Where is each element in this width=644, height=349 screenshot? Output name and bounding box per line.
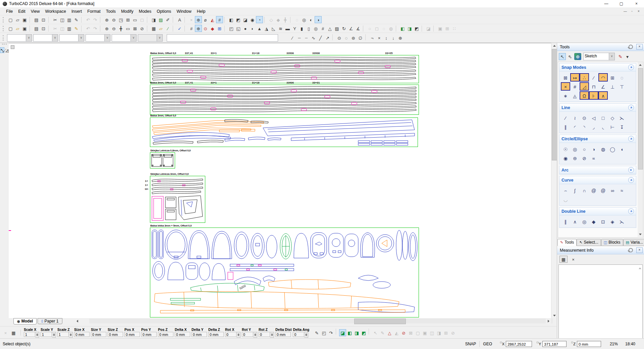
open-library-icon[interactable]: ▱ bbox=[14, 25, 21, 32]
solid-wedge-icon[interactable]: ◺ bbox=[270, 25, 277, 32]
boolean-subtract-icon[interactable]: ◨ bbox=[406, 25, 413, 32]
snap-horizontal-icon[interactable]: ⊤ bbox=[617, 82, 627, 91]
workplane-view-icon[interactable]: ◧ bbox=[346, 329, 353, 336]
boolean-intersect-icon[interactable]: ◩ bbox=[413, 25, 420, 32]
scale-z-spinner[interactable] bbox=[69, 332, 73, 338]
palette-tab-varia[interactable]: ▤Varia... bbox=[623, 239, 644, 246]
pattern-line-icon[interactable]: ∕ bbox=[289, 34, 296, 41]
x-coordinate-field[interactable]: 2867,2532 mm bbox=[506, 341, 532, 347]
rot-z-input[interactable]: 0 bbox=[259, 332, 270, 337]
grid-toggle-icon[interactable]: ⊞ bbox=[216, 25, 223, 32]
rot-z-spinner[interactable] bbox=[270, 332, 274, 338]
palette-tab-blocks[interactable]: ◫Blocks bbox=[601, 239, 623, 246]
palette-tab-select[interactable]: ↖Select... bbox=[577, 239, 601, 246]
delta-x-input[interactable]: 0 mm bbox=[175, 332, 190, 337]
vertical-scroll-thumb[interactable] bbox=[552, 49, 557, 160]
zoom-out-2-icon[interactable]: ⊖ bbox=[110, 25, 117, 32]
scale-z-input[interactable]: 1 bbox=[57, 332, 69, 337]
snap-intersection-icon[interactable]: × bbox=[561, 82, 570, 91]
parallel-line-icon[interactable]: ∥ bbox=[561, 122, 570, 131]
snap-to-point-icon[interactable]: ↦ bbox=[570, 73, 580, 82]
delta-ang-spinner[interactable] bbox=[304, 332, 308, 338]
menu-format[interactable]: Format bbox=[85, 8, 103, 15]
pen-color-combo[interactable]: ∨ bbox=[59, 34, 84, 42]
y-coordinate-field[interactable]: 371,187 mm bbox=[542, 341, 567, 347]
snap-toggle[interactable]: SNAP bbox=[462, 342, 480, 346]
menu-tools[interactable]: Tools bbox=[103, 8, 118, 15]
tangent-from-arc-icon[interactable]: ◝ bbox=[580, 122, 589, 131]
brush-2-icon[interactable]: ✎ bbox=[73, 25, 80, 32]
circle-style-1-icon[interactable]: ⊙ bbox=[336, 34, 343, 41]
look-at-icon[interactable]: ◔ bbox=[256, 16, 263, 23]
new-from-template-icon[interactable]: ▢ bbox=[7, 25, 14, 32]
copy-2-icon[interactable]: ◫ bbox=[59, 25, 66, 32]
solid-cone-icon[interactable]: ▲ bbox=[256, 25, 263, 32]
mdi-restore-button-icon[interactable]: ▫ bbox=[629, 8, 635, 14]
ellipse-icon[interactable]: ◉ bbox=[561, 154, 570, 162]
circle-style-4-icon[interactable]: ∅ bbox=[357, 34, 364, 41]
solid-hemisphere-icon[interactable]: ◗ bbox=[249, 25, 256, 32]
save-as-icon[interactable]: ▣ bbox=[21, 25, 28, 32]
sketch-curve-icon[interactable]: ≈ bbox=[617, 186, 627, 194]
circle-triple-point-icon[interactable]: ◑ bbox=[589, 145, 598, 153]
scale-x-spinner[interactable] bbox=[35, 332, 39, 338]
attach-annotation-icon[interactable]: ✐ bbox=[164, 16, 171, 23]
undo-icon[interactable]: ↶ bbox=[85, 16, 92, 23]
blocks-palette-icon[interactable]: ◨ bbox=[150, 16, 157, 23]
workplane-entity-icon[interactable]: ◨ bbox=[353, 329, 360, 336]
palette-close-icon[interactable]: × bbox=[636, 44, 643, 50]
rot-x-input[interactable]: 0 bbox=[225, 332, 236, 337]
scale-x-input[interactable]: 1 bbox=[24, 332, 35, 337]
tab-scroll-right-icon[interactable] bbox=[546, 318, 551, 323]
spell-check-icon[interactable]: A bbox=[176, 16, 183, 23]
solid-torus-icon[interactable]: ◎ bbox=[312, 25, 319, 32]
size-z-input[interactable]: 0 mm bbox=[108, 332, 123, 337]
pattern-dash-icon[interactable]: ┄ bbox=[296, 34, 303, 41]
grid-mode-icon[interactable]: ⊞ bbox=[442, 329, 449, 336]
close-button-icon[interactable]: × bbox=[629, 0, 644, 7]
fold-mode-2-icon[interactable]: ◨ bbox=[435, 329, 442, 336]
bezier-icon[interactable]: ⌢ bbox=[561, 186, 570, 194]
spline-by-fit-points-icon[interactable]: ∫ bbox=[570, 186, 580, 194]
coordinate-point-icon[interactable]: ⊕ bbox=[195, 16, 202, 23]
circle-tangent-to-line-icon[interactable]: ◍ bbox=[598, 145, 608, 153]
inspector-calculator-icon[interactable]: ▦ bbox=[10, 329, 17, 336]
double-perpendicular-icon[interactable]: ⋋ bbox=[617, 217, 627, 226]
workplane-by-entity-icon[interactable]: ◩ bbox=[235, 16, 242, 23]
pick-direct-icon[interactable]: ↖ bbox=[372, 329, 379, 336]
tangent-to-arc-icon[interactable]: ◜ bbox=[570, 122, 580, 131]
stamp-mode-icon[interactable]: ◭ bbox=[393, 329, 400, 336]
measurement-scroll-up-icon[interactable] bbox=[637, 265, 642, 271]
rotated-rectangle-icon[interactable]: ◇ bbox=[608, 113, 617, 122]
pushpin-icon[interactable] bbox=[629, 45, 633, 49]
rotated-ellipse-icon[interactable]: ⊜ bbox=[570, 154, 580, 162]
menu-file[interactable]: File bbox=[3, 8, 15, 15]
tab-model[interactable]: ◉ Model bbox=[13, 318, 37, 325]
circle-style-2-icon[interactable]: ◌ bbox=[343, 34, 350, 41]
perpendicular-line-icon[interactable]: ⋋ bbox=[617, 113, 627, 122]
pos-z-input[interactable]: 0 mm bbox=[158, 332, 173, 337]
recalc-icon[interactable]: ↷ bbox=[327, 329, 334, 336]
layer-combo[interactable]: ∨ bbox=[86, 34, 110, 42]
collapse-chevron-icon[interactable]: « bbox=[628, 208, 634, 214]
zoom-window-icon[interactable]: ◳ bbox=[117, 16, 124, 23]
pattern-fill-icon[interactable]: ∷ bbox=[451, 25, 458, 32]
stack-copy-icon[interactable]: ▣ bbox=[437, 25, 444, 32]
palette-brush-icon[interactable]: ✎ bbox=[617, 53, 624, 60]
scale-y-spinner[interactable] bbox=[52, 332, 56, 338]
zoom-selection-icon[interactable]: ⊘ bbox=[139, 25, 146, 32]
menu-modify[interactable]: Modify bbox=[118, 8, 136, 15]
ellipse-3-corner-icon[interactable]: ⊘ bbox=[580, 154, 589, 162]
rot-y-input[interactable]: 0 bbox=[242, 332, 253, 337]
cut-sheet-panel-6[interactable]: Balsa lekka 3mm + 5mm, Offset 0,0 bbox=[150, 228, 419, 317]
canvas-vertical-scrollbar[interactable] bbox=[551, 43, 557, 318]
camera-icon[interactable]: ◉ bbox=[249, 16, 256, 23]
spiral-icon[interactable]: @ bbox=[589, 186, 598, 194]
ellipse-fixed-ratio-icon[interactable]: ∝ bbox=[589, 154, 598, 162]
pos-x-input[interactable]: 0 mm bbox=[124, 332, 140, 337]
rot-y-spinner[interactable] bbox=[253, 332, 257, 338]
expand-chevron-icon[interactable]: « bbox=[628, 167, 634, 173]
inspector-close-icon[interactable]: × bbox=[2, 329, 9, 336]
menu-insert[interactable]: Insert bbox=[69, 8, 85, 15]
menu-modes[interactable]: Modes bbox=[136, 8, 154, 15]
